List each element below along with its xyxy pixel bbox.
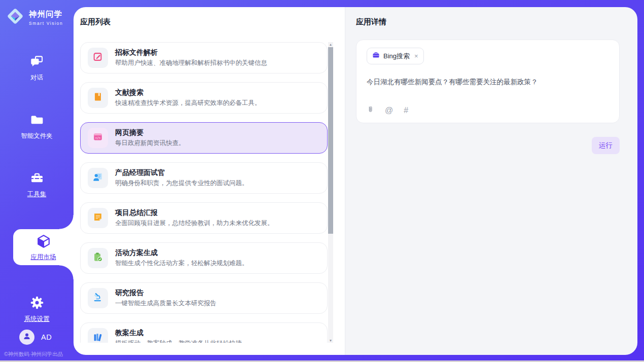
app-card-description: 全面回顾项目进展，总结经验教训，助力未来优化发展。: [115, 219, 274, 228]
books-icon: [92, 332, 103, 343]
prompt-card: Bing搜索 × 今日湖北有哪些新闻要点？有哪些需要关注的最新政策？ @ #: [356, 40, 620, 123]
app-detail-panel: 应用详情 Bing搜索 × 今日湖北有哪些新闻要点？有哪些需要关注的最新政策？: [345, 7, 637, 355]
brand-tagline: Smart Vision: [29, 21, 63, 26]
brand-name: 神州问学: [29, 9, 63, 20]
attachment-icon[interactable]: [367, 105, 374, 116]
sidebar-item-label: 对话: [30, 74, 43, 82]
browser-icon: </>: [92, 131, 103, 144]
app-card-project-summary[interactable]: 项目总结汇报全面回顾项目进展，总结经验教训，助力未来优化发展。: [80, 202, 328, 234]
app-card-title: 项目总结汇报: [115, 208, 274, 217]
sidebar-item-app-market[interactable]: 应用市场: [13, 229, 74, 265]
brand-diamond-icon: [6, 7, 25, 28]
content-area: 应用列表 招标文件解析帮助用户快速、准确地理解和解析招标书中的关键信息文献搜索快…: [74, 7, 637, 355]
composer-toolbar: @ #: [367, 105, 408, 116]
sidebar-item-label: 智能文件夹: [21, 132, 53, 140]
app-detail-title: 应用详情: [356, 17, 637, 27]
scrollbar[interactable]: [328, 42, 333, 343]
doc-edit-icon: [92, 51, 103, 64]
app-card-web-summary[interactable]: </>网页摘要每日政府新闻资讯快查。: [80, 122, 328, 154]
user-initials: AD: [41, 333, 52, 341]
app-card-lesson-plan[interactable]: 教案生成模板驱动，教案秒成，教学准备从此轻松快捷: [80, 322, 328, 343]
sidebar-item-chat[interactable]: 对话: [30, 54, 44, 82]
sidebar-item-label: 系统设置: [24, 315, 50, 323]
app-card-description: 一键智能生成高质量长文本研究报告: [115, 299, 217, 308]
mention-icon[interactable]: @: [385, 106, 393, 115]
app-icon-badge: </>: [88, 128, 108, 148]
app-list-panel: 应用列表 招标文件解析帮助用户快速、准确地理解和解析招标书中的关键信息文献搜索快…: [74, 7, 345, 355]
app-card-title: 招标文件解析: [115, 48, 267, 57]
sidebar-item-toolset[interactable]: 工具集: [27, 171, 47, 199]
sticky-note-icon: [92, 211, 103, 225]
app-card-description: 快速精准查找学术资源，提高研究效率的必备工具。: [115, 99, 261, 107]
run-button[interactable]: 运行: [592, 137, 620, 154]
app-icon-badge: [88, 168, 108, 188]
app-card-pm-interviewer[interactable]: 产品经理面试官明确身份和职责，为您提供专业性的面试问题。: [80, 162, 328, 194]
app-icon-badge: [88, 248, 108, 268]
gear-icon: [30, 296, 44, 312]
hashtag-icon[interactable]: #: [404, 106, 408, 115]
svg-text:</>: </>: [95, 136, 101, 139]
app-icon-badge: [88, 88, 108, 108]
app-icon-badge: [88, 48, 108, 68]
tag-close-icon[interactable]: ×: [414, 53, 418, 59]
person-doc-icon: [92, 171, 103, 185]
briefcase-icon: [372, 51, 380, 61]
copyright-text: ©神州数码·神州问学出品: [4, 351, 63, 358]
app-card-research-report[interactable]: 研究报告一键智能生成高质量长文本研究报告: [80, 282, 328, 314]
tool-tag-bing-search[interactable]: Bing搜索 ×: [367, 48, 424, 64]
app-icon-badge: [88, 328, 108, 343]
clipboard-check-icon: [92, 251, 103, 265]
book-icon: [92, 91, 103, 104]
microscope-icon: [92, 292, 103, 305]
app-card-literature-search[interactable]: 文献搜索快速精准查找学术资源，提高研究效率的必备工具。: [80, 82, 328, 114]
sidebar: 神州问学 Smart Vision 对话智能文件夹工具集应用市场系统设置 AD …: [0, 0, 74, 362]
app-card-description: 每日政府新闻资讯快查。: [115, 139, 185, 148]
folder-icon: [30, 113, 44, 129]
app-icon-badge: [88, 288, 108, 308]
app-card-description: 明确身份和职责，为您提供专业性的面试问题。: [115, 179, 248, 188]
app-card-description: 模板驱动，教案秒成，教学准备从此轻松快捷: [115, 339, 242, 343]
app-card-title: 网页摘要: [115, 128, 185, 137]
app-card-event-plan[interactable]: 活动方案生成智能生成个性化活动方案，轻松解决规划难题。: [80, 242, 328, 274]
app-card-title: 产品经理面试官: [115, 168, 248, 177]
sidebar-item-system-settings[interactable]: 系统设置: [24, 296, 50, 323]
sidebar-item-smart-folder[interactable]: 智能文件夹: [21, 113, 53, 140]
app-card-description: 帮助用户快速、准确地理解和解析招标书中的关键信息: [115, 59, 267, 67]
scrollbar-thumb[interactable]: [328, 47, 333, 234]
app-card-tender-doc-analysis[interactable]: 招标文件解析帮助用户快速、准确地理解和解析招标书中的关键信息: [80, 42, 328, 74]
app-card-title: 活动方案生成: [115, 248, 248, 257]
app-card-description: 智能生成个性化活动方案，轻松解决规划难题。: [115, 259, 248, 268]
cube-icon: [36, 234, 51, 251]
toolbox-icon: [30, 171, 44, 187]
app-window: 神州问学 Smart Vision 对话智能文件夹工具集应用市场系统设置 AD …: [0, 0, 644, 362]
sidebar-nav: 对话智能文件夹工具集应用市场系统设置: [0, 54, 74, 323]
brand-logo: 神州问学 Smart Vision: [6, 7, 74, 28]
app-card-title: 研究报告: [115, 288, 217, 297]
chat-icon: [30, 54, 44, 70]
sidebar-item-label: 工具集: [27, 190, 47, 199]
tool-tag-label: Bing搜索: [383, 52, 410, 61]
user-row[interactable]: AD: [19, 330, 52, 345]
avatar[interactable]: [19, 330, 34, 345]
sidebar-item-label: 应用市场: [31, 253, 56, 262]
app-card-title: 文献搜索: [115, 88, 261, 97]
app-list-title: 应用列表: [80, 17, 345, 27]
query-text[interactable]: 今日湖北有哪些新闻要点？有哪些需要关注的最新政策？: [367, 78, 538, 87]
app-card-title: 教案生成: [115, 329, 242, 337]
person-icon: [22, 332, 31, 343]
app-card-list: 招标文件解析帮助用户快速、准确地理解和解析招标书中的关键信息文献搜索快速精准查找…: [80, 42, 328, 343]
app-icon-badge: [88, 208, 108, 228]
